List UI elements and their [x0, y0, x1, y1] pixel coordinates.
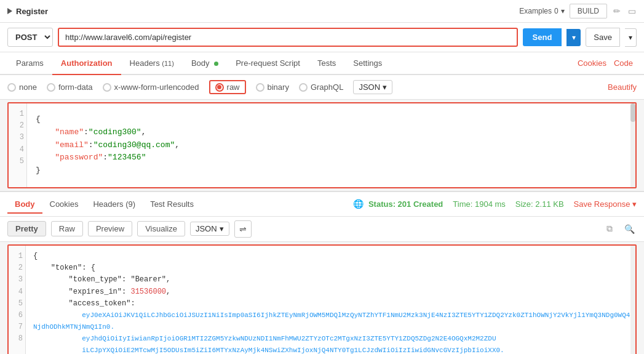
resp-line-1: {	[33, 251, 630, 262]
chevron-down-icon: ▾	[220, 224, 224, 233]
edit-icon[interactable]: ✏	[612, 6, 622, 16]
chevron-down-icon: ▾	[561, 7, 565, 15]
resp-pretty-btn[interactable]: Pretty	[7, 221, 46, 236]
url-bar: POST Send ▾ Save ▾	[0, 23, 644, 52]
save-button[interactable]: Save	[586, 28, 620, 47]
code-line-1: {	[36, 113, 630, 126]
resp-code-content: { "token": { "token_type": "Bearer", "ex…	[28, 246, 635, 354]
binary-option[interactable]: binary	[256, 82, 289, 92]
chevron-down-icon: ▾	[632, 199, 637, 209]
resp-raw-btn[interactable]: Raw	[51, 221, 83, 236]
build-button[interactable]: BUILD	[570, 4, 607, 18]
resp-line-5: "access_token":	[33, 298, 630, 310]
scrollbar-thumb	[630, 103, 635, 122]
access-token-line2: eyJhdQiOiIyIiwianRpIjoiOGR1MTI2ZGM5YzkwN…	[33, 335, 496, 342]
raw-option[interactable]: raw	[209, 80, 246, 94]
response-bar: Body Cookies Headers (9) Test Results 🌐 …	[0, 191, 644, 217]
chevron-down-icon: ▾	[383, 82, 387, 92]
build-label: BUILD	[578, 7, 599, 15]
examples-count: 0	[554, 7, 559, 15]
none-option[interactable]: none	[7, 82, 37, 92]
resp-tab-testresults[interactable]: Test Results	[143, 196, 201, 214]
cookies-link[interactable]: Cookies	[574, 52, 610, 74]
resp-line-4: "expires_in": 31536000,	[33, 286, 630, 298]
none-radio	[7, 83, 16, 92]
size-text: Size: 2.11 KB	[515, 199, 564, 209]
binary-radio	[256, 83, 264, 92]
body-dot	[214, 62, 218, 66]
code-line-3: "email":"coding30@qq.com",	[36, 139, 630, 152]
method-select[interactable]: POST	[7, 28, 53, 47]
resp-line-6: eyJ0eXAiOiJKV1QiLCJhbGciOiJSUzI1NiIsImp0…	[33, 310, 630, 333]
access-token-line3: iLCJpYXQiOiE2MTcwMjI5ODUsIm5iZiI6MTYxNzA…	[33, 347, 504, 354]
code-line-4: "password":"123456"	[36, 151, 630, 164]
resp-headers-badge: (9)	[125, 199, 135, 209]
access-token-line1: eyJ0eXAiOiJKV1QiLCJhbGciOiJSUzI1NiIsImp0…	[33, 312, 630, 331]
response-options: Pretty Raw Preview Visualize JSON ▾ ⇌ ⧉ …	[0, 217, 644, 242]
search-icon[interactable]: 🔍	[622, 222, 637, 236]
status-text: Status: 201 Created	[368, 199, 443, 209]
tab-tests[interactable]: Tests	[309, 52, 344, 75]
filter-icon: ⇌	[239, 224, 247, 234]
tab-prerequest[interactable]: Pre-request Script	[227, 52, 309, 75]
formdata-radio	[47, 83, 55, 92]
examples-label: Examples	[519, 7, 552, 15]
headers-badge: (11)	[162, 60, 174, 67]
resp-line-numbers: 12345678	[9, 246, 26, 354]
copy-icon[interactable]: ⧉	[602, 222, 617, 236]
tab-params[interactable]: Params	[7, 52, 52, 75]
scrollbar-track[interactable]	[630, 103, 635, 187]
resp-preview-btn[interactable]: Preview	[88, 221, 132, 236]
resp-json-select[interactable]: JSON ▾	[190, 222, 229, 236]
code-content: { "name":"coding300", "email":"coding30@…	[31, 108, 635, 182]
register-label: Register	[16, 7, 48, 16]
resp-tab-body[interactable]: Body	[7, 196, 42, 214]
time-text: Time: 1904 ms	[453, 199, 506, 209]
tab-body[interactable]: Body	[183, 52, 227, 75]
resp-line-8: iLCJpYXQiOiE2MTcwMjI5ODUsIm5iZiI6MTYxNzA…	[33, 345, 630, 354]
resp-visualize-btn[interactable]: Visualize	[137, 221, 185, 236]
save-dropdown[interactable]: ▾	[625, 28, 637, 47]
resp-line-7: eyJhdQiOiIyIiwianRpIjoiOGR1MTI2ZGM5YzkwN…	[33, 333, 630, 345]
raw-radio	[215, 83, 224, 92]
resp-line-3: "token_type": "Bearer",	[33, 274, 630, 286]
code-line-5: }	[36, 164, 630, 177]
save-response-button[interactable]: Save Response ▾	[574, 199, 637, 209]
filter-icon-button[interactable]: ⇌	[234, 220, 252, 238]
collapse-icon	[7, 8, 12, 14]
beautify-button[interactable]: Beautify	[608, 82, 637, 92]
urlencoded-option[interactable]: x-www-form-urlencoded	[103, 82, 199, 92]
url-input[interactable]	[58, 28, 518, 47]
tab-authorization[interactable]: Authorization	[52, 52, 121, 75]
body-options: none form-data x-www-form-urlencoded raw…	[0, 75, 644, 100]
examples-button[interactable]: Examples 0 ▾	[519, 7, 564, 15]
send-button[interactable]: Send	[523, 28, 562, 46]
register-section[interactable]: Register	[7, 7, 48, 16]
tab-settings[interactable]: Settings	[344, 52, 391, 75]
send-dropdown[interactable]: ▾	[566, 29, 581, 46]
resp-scrollbar[interactable]	[630, 246, 635, 354]
response-body-editor[interactable]: 12345678 { "token": { "token_type": "Bea…	[7, 244, 637, 354]
urlencoded-radio	[103, 83, 111, 92]
resp-tab-cookies[interactable]: Cookies	[42, 196, 86, 214]
code-line-2: "name":"coding300",	[36, 126, 630, 139]
request-tabs: Params Authorization Headers (11) Body P…	[0, 52, 644, 75]
json-format-select[interactable]: JSON ▾	[353, 80, 392, 94]
resp-tab-headers[interactable]: Headers (9)	[85, 196, 143, 214]
window-icon[interactable]: ▭	[627, 6, 637, 16]
form-data-option[interactable]: form-data	[47, 82, 93, 92]
graphql-option[interactable]: GraphQL	[299, 82, 343, 92]
top-bar: Register Examples 0 ▾ BUILD ✏ ▭	[0, 0, 644, 23]
resp-line-2: "token": {	[33, 262, 630, 274]
code-link[interactable]: Code	[610, 52, 637, 74]
request-body-editor[interactable]: 12345 { "name":"coding300", "email":"cod…	[7, 102, 637, 188]
graphql-radio	[299, 83, 308, 92]
globe-icon: 🌐	[353, 199, 364, 209]
line-numbers: 12345	[9, 103, 27, 187]
tab-headers[interactable]: Headers (11)	[121, 52, 183, 75]
